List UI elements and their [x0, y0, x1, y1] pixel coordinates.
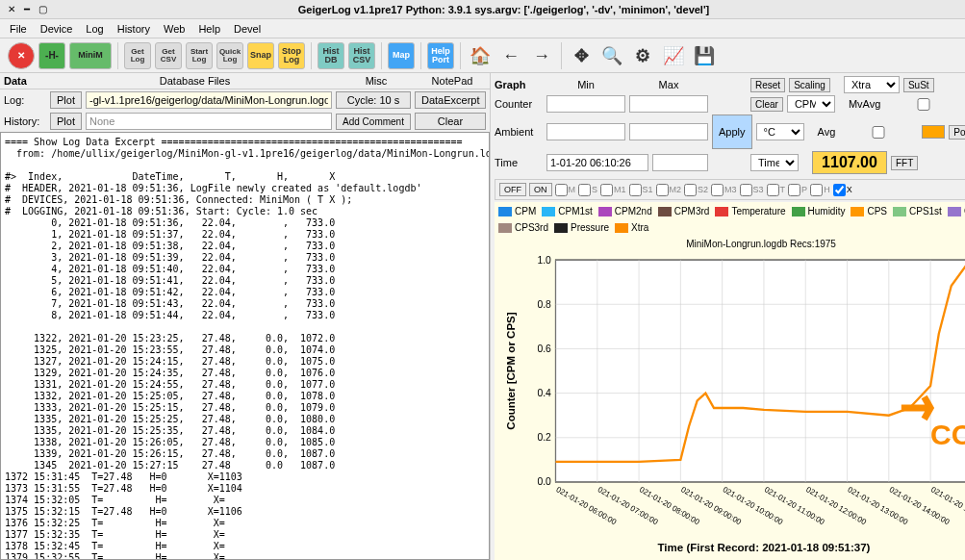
ambient-min-input[interactable]: [546, 123, 625, 140]
menu-help[interactable]: Help: [192, 21, 226, 37]
degc-select[interactable]: °C: [756, 123, 804, 140]
series-h-checkbox[interactable]: [810, 184, 823, 196]
log-output[interactable]: ==== Show Log Data Excerpt =============…: [0, 132, 490, 560]
minim-button[interactable]: MiniM: [69, 42, 112, 69]
home-icon[interactable]: 🏠: [467, 42, 494, 69]
series-s1-checkbox[interactable]: [629, 184, 642, 196]
avg-checkbox[interactable]: [839, 126, 918, 139]
time-end-input[interactable]: [652, 154, 708, 171]
maximize-window-icon[interactable]: ▢: [37, 4, 48, 15]
get-csv-button[interactable]: Get CSV: [155, 42, 182, 69]
menu-device[interactable]: Device: [35, 21, 79, 37]
menu-history[interactable]: History: [112, 21, 156, 37]
series-m1-checkbox[interactable]: [600, 184, 613, 196]
plot-history-button[interactable]: Plot: [50, 113, 82, 130]
menu-file[interactable]: File: [4, 21, 33, 37]
reset-button[interactable]: Reset: [750, 78, 785, 92]
legend-item-xtra: Xtra: [615, 222, 648, 233]
graph-heading: Graph: [495, 79, 543, 90]
xtra-select[interactable]: Xtra: [844, 76, 900, 93]
ambient-max-input[interactable]: [629, 123, 708, 140]
stop-log-button[interactable]: Stop Log: [278, 42, 305, 69]
series-s2-checkbox[interactable]: [684, 184, 697, 196]
plot-log-button[interactable]: Plot: [50, 91, 82, 109]
data-excerpt-button[interactable]: DataExcerpt: [415, 91, 486, 109]
edit-axes-icon[interactable]: 📈: [660, 42, 687, 69]
time-select[interactable]: Time: [750, 154, 799, 171]
series-s-checkbox[interactable]: [578, 184, 591, 196]
apply-button[interactable]: Apply: [712, 115, 752, 149]
time-label: Time: [495, 157, 543, 168]
series-m2-checkbox[interactable]: [656, 184, 669, 196]
clear-notepad-button[interactable]: Clear: [415, 113, 486, 130]
back-icon[interactable]: ←: [497, 42, 524, 69]
big-number-display: 1107.00: [812, 151, 887, 174]
svg-text:Counter  [CPM or CPS]: Counter [CPM or CPS]: [505, 312, 517, 430]
svg-text:0.8: 0.8: [537, 299, 551, 310]
snap-button[interactable]: Snap: [247, 42, 274, 69]
series-toggle-bar: OFF ON M S M1 S1 M2 S2 M3 S3 T P H X: [495, 179, 965, 200]
zoom-icon[interactable]: 🔍: [598, 42, 625, 69]
dbfiles-heading: Database Files: [56, 75, 334, 87]
menu-devel[interactable]: Devel: [228, 21, 267, 37]
fft-button[interactable]: FFT: [891, 156, 918, 170]
hist-db-button[interactable]: Hist DB: [317, 42, 344, 69]
chart-legend: CPMCPM1stCPM2ndCPM3rdTemperatureHumidity…: [495, 202, 965, 237]
counter-min-input[interactable]: [546, 95, 625, 113]
cycle-button[interactable]: Cycle: 10 s: [336, 91, 411, 109]
on-button[interactable]: ON: [529, 183, 552, 196]
history-input[interactable]: [86, 113, 332, 130]
series-x-checkbox[interactable]: [833, 184, 846, 196]
window-titlebar: ✕ ━ ▢ GeigerLog v1.1pre17 Python: 3.9.1 …: [0, 0, 965, 19]
avg-color-box[interactable]: [922, 125, 945, 139]
hist-csv-button[interactable]: Hist CSV: [348, 42, 375, 69]
graph-controls: Graph Min Max Reset Scaling Xtra SuSt Co…: [491, 73, 965, 177]
counter-max-input[interactable]: [629, 95, 708, 113]
get-log-button[interactable]: Get Log: [124, 42, 151, 69]
svg-text:1.0: 1.0: [537, 255, 551, 266]
toolbar: ✕ -H- MiniM Get Log Get CSV Start Log Qu…: [0, 38, 965, 73]
svg-rect-0: [555, 260, 965, 482]
close-window-icon[interactable]: ✕: [6, 4, 17, 15]
series-p-checkbox[interactable]: [788, 184, 800, 196]
off-button[interactable]: OFF: [499, 183, 526, 196]
time-start-input[interactable]: [546, 154, 648, 171]
clear-graph-button[interactable]: Clear: [750, 97, 783, 112]
min-label: Min: [546, 79, 625, 90]
connect-button[interactable]: -H-: [38, 42, 65, 69]
series-t-checkbox[interactable]: [767, 184, 779, 196]
series-m3-checkbox[interactable]: [711, 184, 724, 196]
mvavg-checkbox[interactable]: [884, 98, 963, 111]
help-port-button[interactable]: Help Port: [427, 42, 454, 69]
map-button[interactable]: Map: [388, 42, 415, 69]
chart-svg: 0.00.20.40.60.81.05006007008009001000110…: [495, 237, 965, 560]
series-m-checkbox[interactable]: [555, 184, 568, 196]
svg-text:Time (First Record: 2021-01-18: Time (First Record: 2021-01-18 09:51:37): [657, 542, 870, 553]
cpm-select[interactable]: CPM: [787, 95, 835, 113]
legend-item-cpm1st: CPM1st: [542, 206, 593, 216]
save-icon[interactable]: 💾: [691, 42, 718, 69]
sust-button[interactable]: SuSt: [903, 78, 934, 92]
minimize-window-icon[interactable]: ━: [21, 4, 33, 15]
config-icon[interactable]: ⚙: [629, 42, 656, 69]
svg-text:0.4: 0.4: [537, 388, 551, 398]
exit-button[interactable]: ✕: [8, 42, 35, 69]
legend-item-temperature: Temperature: [715, 206, 785, 216]
legend-item-cpm: CPM: [498, 206, 536, 216]
quick-log-button[interactable]: Quick Log: [216, 42, 243, 69]
add-comment-button[interactable]: Add Comment: [336, 114, 411, 130]
legend-item-cps: CPS: [851, 206, 887, 216]
forward-icon[interactable]: →: [528, 42, 555, 69]
chart-area[interactable]: MiniMon-Longrun.logdb Recs:1975 0.00.20.…: [495, 237, 965, 560]
svg-text:0.0: 0.0: [537, 476, 551, 487]
series-s3-checkbox[interactable]: [740, 184, 752, 196]
poiss-button[interactable]: Poiss: [949, 125, 965, 140]
log-path-input[interactable]: [86, 91, 332, 109]
menu-log[interactable]: Log: [80, 21, 109, 37]
scaling-button[interactable]: Scaling: [789, 78, 830, 92]
start-log-button[interactable]: Start Log: [186, 42, 213, 69]
legend-item-pressure: Pressure: [554, 222, 609, 233]
menu-web[interactable]: Web: [158, 21, 190, 37]
menubar: File Device Log History Web Help Devel: [0, 19, 965, 38]
pan-icon[interactable]: ✥: [568, 42, 595, 69]
